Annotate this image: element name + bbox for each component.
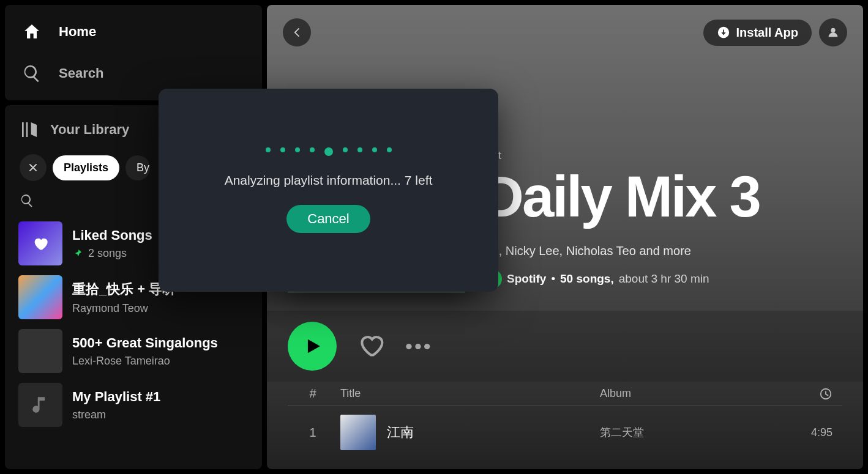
- library-item-sub: stream: [72, 409, 160, 421]
- library-item-sub: Raymond Teow: [72, 302, 176, 315]
- playlist-artists: Lin, Nicky Lee, Nicholas Teo and more: [482, 244, 760, 258]
- col-album: Album: [600, 387, 771, 400]
- track-duration: 4:95: [784, 426, 832, 439]
- playlist-thumb: [18, 275, 62, 319]
- install-app-button[interactable]: Install App: [703, 20, 812, 46]
- play-icon: [302, 336, 323, 357]
- music-note-icon: [30, 394, 51, 415]
- loading-dots-icon: [266, 147, 392, 156]
- download-icon: [717, 26, 730, 39]
- heart-filled-icon: [32, 235, 49, 252]
- nav-home-label: Home: [59, 24, 96, 40]
- playlist-duration: about 3 hr 30 min: [619, 272, 709, 286]
- track-row[interactable]: 1 江南 第二天堂 4:95: [288, 406, 842, 450]
- profile-button[interactable]: [819, 18, 847, 46]
- library-icon: [20, 120, 39, 139]
- chevron-left-icon: [290, 26, 304, 39]
- playlist-owner[interactable]: Spotify: [507, 272, 546, 286]
- liked-songs-thumb: [18, 221, 62, 265]
- pin-icon: [72, 248, 83, 259]
- search-icon: [22, 64, 42, 83]
- track-thumb: [340, 415, 376, 450]
- library-header-label: Your Library: [50, 122, 129, 138]
- playlist-thumb: [18, 383, 62, 427]
- playlist-actions: •••: [267, 311, 863, 382]
- back-button[interactable]: [283, 18, 311, 46]
- library-item[interactable]: 500+ Great Singalongs Lexi-Rose Tameirao: [11, 324, 256, 378]
- play-button[interactable]: [288, 322, 337, 371]
- track-title: 江南: [387, 423, 414, 442]
- track-index: 1: [297, 426, 328, 440]
- nav-search[interactable]: Search: [5, 53, 262, 94]
- library-item-sub: 2 songs: [72, 247, 152, 260]
- close-icon: [27, 161, 39, 174]
- playlist-title: Daily Mix 3: [482, 168, 760, 226]
- cancel-button[interactable]: Cancel: [286, 205, 370, 233]
- library-item-title: My Playlist #1: [72, 389, 160, 405]
- user-icon: [826, 26, 840, 39]
- chip-playlists[interactable]: Playlists: [53, 155, 119, 180]
- topbar: Install App: [267, 5, 863, 60]
- playlist-type-label: ylist: [482, 149, 760, 162]
- chip-by[interactable]: By: [125, 155, 150, 180]
- install-app-label: Install App: [736, 26, 798, 40]
- playlist-song-count: 50 songs,: [560, 272, 614, 286]
- col-title: Title: [340, 387, 588, 400]
- heart-outline-icon: [357, 331, 384, 358]
- library-item-title: 500+ Great Singalongs: [72, 335, 218, 351]
- library-item-sub: Lexi-Rose Tameirao: [72, 355, 218, 368]
- like-playlist-button[interactable]: [357, 331, 384, 361]
- tracklist-header: # Title Album: [288, 382, 842, 406]
- nav-search-label: Search: [59, 65, 103, 81]
- more-options-button[interactable]: •••: [405, 336, 433, 357]
- library-item[interactable]: My Playlist #1 stream: [11, 378, 256, 432]
- chip-clear[interactable]: [20, 154, 47, 181]
- playlist-thumb: [18, 329, 62, 373]
- playlist-meta-line: Spotify • 50 songs, about 3 hr 30 min: [482, 269, 760, 289]
- col-index: #: [297, 387, 328, 401]
- nav-box: Home Search: [5, 5, 262, 100]
- modal-message: Analyzing playlist information... 7 left: [225, 173, 433, 188]
- tracklist: # Title Album 1 江南 第二天堂 4:95: [267, 382, 863, 450]
- nav-home[interactable]: Home: [5, 11, 262, 53]
- library-item-title: Liked Songs: [72, 228, 152, 243]
- home-icon: [22, 22, 42, 42]
- track-album: 第二天堂: [600, 425, 771, 440]
- analyzing-modal: Analyzing playlist information... 7 left…: [159, 89, 498, 292]
- clock-icon: [819, 387, 832, 401]
- search-small-icon: [20, 193, 34, 208]
